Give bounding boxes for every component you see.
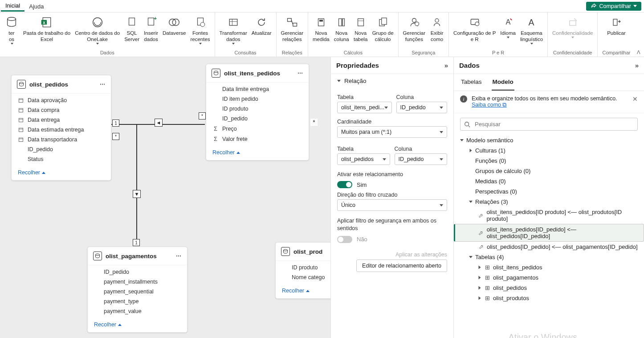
- ribbon-manage-roles[interactable]: Gerenciar funções: [401, 14, 428, 44]
- ribbon-onelake[interactable]: Centro de dados do OneLake: [73, 14, 122, 45]
- table-olist-pedidos[interactable]: olist_pedidos ⋯ Data aprovaçãoData compr…: [11, 75, 111, 181]
- field-item[interactable]: ΣPreço: [206, 124, 309, 134]
- field-item[interactable]: ID_pedido: [12, 144, 111, 154]
- toggle-active[interactable]: [337, 181, 352, 188]
- tree-cultures[interactable]: Culturas (1): [454, 145, 644, 156]
- ribbon-refresh[interactable]: Atualizar: [250, 14, 273, 37]
- ribbon-manage-rel[interactable]: Gerenciar relações: [279, 14, 306, 44]
- select-column-to[interactable]: ID_pedido: [395, 153, 448, 165]
- tree-relation-item[interactable]: ⬀olist_pedidos[ID_pedido] <— olist_pagam…: [454, 242, 644, 252]
- field-item[interactable]: Data limite entrega: [206, 84, 309, 94]
- ribbon-recent-sources[interactable]: Fontes recentes: [188, 14, 212, 45]
- table-menu-button[interactable]: ⋯: [100, 81, 106, 87]
- table-olist-produtos[interactable]: olist_prod ID produtoNome catego Recolhe…: [275, 242, 330, 299]
- tree-model[interactable]: Modelo semântico: [454, 135, 644, 145]
- table-menu-button[interactable]: ⋯: [298, 70, 303, 76]
- ribbon-dataverse[interactable]: Dataverse: [161, 14, 187, 37]
- field-item[interactable]: ID item pedido: [206, 94, 309, 104]
- table-olist-pagamentos[interactable]: olist_pagamentos ⋯ ID_pedidopayment_inst…: [87, 247, 187, 333]
- select-table-from[interactable]: olist_itens_pedi...: [337, 102, 392, 113]
- select-column-from[interactable]: ID_pedido: [396, 102, 447, 113]
- field-item[interactable]: Data entrega: [12, 115, 111, 125]
- tree-measures[interactable]: Medidas (0): [454, 176, 644, 186]
- field-item[interactable]: payment_sequential: [88, 287, 187, 297]
- field-item[interactable]: payment_value: [88, 306, 187, 316]
- tree-table-item[interactable]: ⊞olist_itens_pedidos: [454, 262, 644, 272]
- field-item[interactable]: Data aprovação: [12, 95, 111, 105]
- tree-perspectives[interactable]: Perspectivas (0): [454, 186, 644, 197]
- svg-rect-15: [287, 18, 291, 21]
- field-label: Status: [28, 156, 43, 162]
- tree-table-item[interactable]: ⊞olist_pedidos: [454, 283, 644, 293]
- open-relationship-editor-button[interactable]: Editor de relacionamento aberto: [356, 260, 447, 272]
- tab-help[interactable]: Ajuda: [24, 1, 48, 11]
- ribbon-sensitivity[interactable]: Confidencialidade: [550, 14, 595, 39]
- ribbon-excel[interactable]: XPasta de trabalho do Excel: [21, 14, 72, 44]
- field-item[interactable]: Data compra: [12, 105, 111, 115]
- ribbon-insert-data[interactable]: +Inserir dados: [142, 14, 160, 44]
- ribbon-get-data[interactable]: ter os: [3, 14, 20, 45]
- field-item[interactable]: ID_pedido: [88, 267, 187, 277]
- ribbon-new-table[interactable]: Nova tabela: [352, 14, 370, 44]
- banner-close[interactable]: ✕: [632, 95, 638, 108]
- qa-icon: [469, 16, 481, 29]
- field-label: Data estimada entrega: [28, 127, 84, 133]
- select-table-to[interactable]: olist_pedidos: [337, 153, 390, 165]
- field-item[interactable]: Nome catego: [276, 272, 330, 282]
- data-collapse[interactable]: »: [635, 62, 639, 69]
- share-button[interactable]: Compartilhar: [586, 2, 641, 11]
- toggle-security[interactable]: [337, 236, 352, 243]
- field-item[interactable]: ID produto: [276, 263, 330, 272]
- table-collapse[interactable]: Recolher: [206, 146, 309, 160]
- field-item[interactable]: Data transportadora: [12, 135, 111, 144]
- section-relation[interactable]: Relação: [331, 74, 453, 88]
- learn-more-link[interactable]: Saiba como ⧉: [472, 102, 507, 108]
- viewas-icon: [431, 16, 443, 29]
- ribbon-view-as[interactable]: Exibir como: [428, 14, 446, 44]
- ribbon-new-column[interactable]: Nova coluna: [332, 14, 351, 44]
- field-item[interactable]: ID_pedido: [206, 114, 309, 124]
- tree-tables[interactable]: Tabelas (4): [454, 252, 644, 262]
- search-input[interactable]: [474, 120, 634, 128]
- table-menu-button[interactable]: ⋯: [176, 253, 182, 259]
- data-tab-model[interactable]: Modelo: [492, 74, 514, 91]
- field-item[interactable]: ΣValor frete: [206, 134, 309, 144]
- apply-changes-link[interactable]: Aplicar as alterações: [395, 251, 447, 258]
- ribbon-publish[interactable]: Publicar: [605, 14, 628, 37]
- field-item[interactable]: Status: [12, 154, 111, 164]
- properties-collapse[interactable]: »: [444, 62, 448, 69]
- search-box[interactable]: [460, 118, 638, 131]
- table-collapse[interactable]: Recolher: [88, 318, 187, 332]
- ribbon-calc-group[interactable]: Grupo de cálculo: [371, 14, 395, 44]
- tree-table-item[interactable]: ⊞olist_pagamentos: [454, 272, 644, 283]
- tree-table-item[interactable]: ⊞olist_produtos: [454, 293, 644, 303]
- ribbon-sql[interactable]: SQL Server: [122, 14, 141, 44]
- ribbon-qa-config[interactable]: Configuração de P e R: [452, 14, 497, 44]
- ribbon-language[interactable]: AIdioma: [498, 14, 518, 39]
- ribbon-collapse[interactable]: ᐱ: [637, 49, 640, 55]
- ribbon-transform[interactable]: Transformar dados: [218, 14, 249, 45]
- select-cardinality[interactable]: Muitos para um (*:1): [337, 126, 447, 138]
- table-title: olist_pagamentos: [106, 253, 172, 260]
- tree-relation-item[interactable]: ⬀olist_itens_pedidos[ID produto] <— olis…: [454, 207, 644, 224]
- field-item[interactable]: payment_type: [88, 297, 187, 306]
- model-canvas[interactable]: 1 * ◄ * * ▼ 1 olist_pedidos ⋯ Data aprov…: [0, 57, 330, 338]
- ribbon-linguistic[interactable]: AEsquema linguístico: [518, 14, 545, 45]
- select-filter-direction[interactable]: Único: [337, 199, 447, 211]
- field-item[interactable]: Data estimada entrega: [12, 125, 111, 135]
- chevron-down-icon: [469, 256, 473, 258]
- tree-relation-item-selected[interactable]: ⬀olist_itens_pedidos[ID_pedido] <— olist…: [454, 224, 644, 242]
- table-collapse[interactable]: Recolher: [12, 166, 111, 180]
- table-olist-itens[interactable]: olist_itens_pedidos ⋯ Data limite entreg…: [206, 64, 309, 161]
- field-item[interactable]: ID produto: [206, 104, 309, 114]
- tree-calc-groups[interactable]: Grupos de cálculo (0): [454, 166, 644, 176]
- data-tab-tables[interactable]: Tabelas: [460, 74, 483, 91]
- field-item[interactable]: payment_installments: [88, 277, 187, 287]
- tab-home[interactable]: Inicial: [1, 0, 24, 12]
- field-label: Data transportadora: [28, 136, 77, 143]
- ribbon-new-measure[interactable]: Nova medida: [311, 14, 331, 44]
- linguistic-icon: A: [526, 16, 537, 29]
- table-collapse[interactable]: Recolher: [276, 284, 330, 298]
- tree-functions[interactable]: Funções (0): [454, 156, 644, 166]
- tree-relations[interactable]: Relações (3): [454, 197, 644, 207]
